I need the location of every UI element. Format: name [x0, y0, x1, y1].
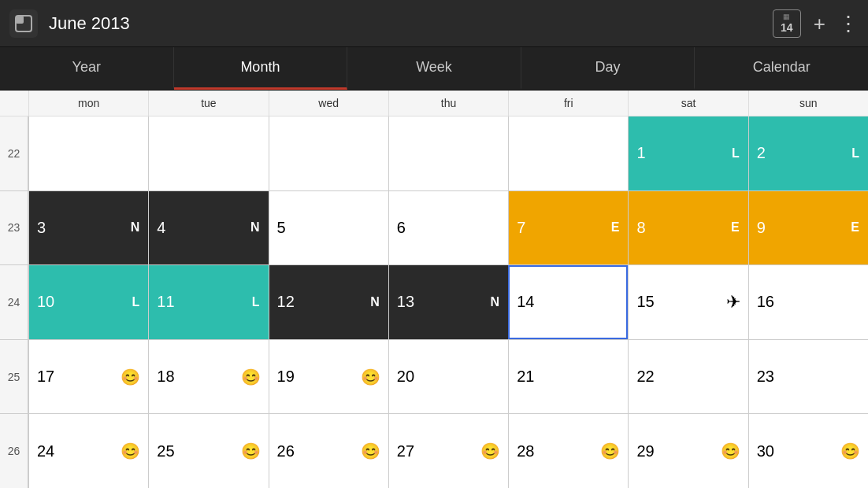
cell-airplane-icon: ✈ — [726, 292, 740, 312]
cell-emoji: 😊 — [121, 442, 140, 460]
week-number: 24 — [0, 265, 28, 339]
cell-badge: N — [250, 220, 261, 235]
day-header-wed: wed — [269, 91, 388, 116]
cal-cell-9[interactable]: 9E — [748, 191, 868, 265]
cell-date-number: 30 — [757, 442, 774, 460]
cell-date-number: 17 — [37, 368, 54, 386]
cal-cell-10[interactable]: 10L — [28, 265, 148, 339]
cal-cell-29[interactable]: 29😊 — [628, 414, 747, 488]
cal-cell-4[interactable]: 4N — [148, 191, 268, 265]
cal-cell-3[interactable]: 3N — [28, 191, 148, 265]
cell-date-number: 21 — [517, 368, 534, 386]
cal-cell-20[interactable]: 20 — [388, 340, 508, 414]
today-button[interactable]: ▦ 14 — [773, 9, 801, 38]
add-button[interactable]: + — [814, 13, 825, 34]
more-button[interactable]: ⋮ — [838, 13, 859, 34]
cell-date-number: 20 — [397, 368, 414, 386]
svg-rect-1 — [16, 16, 24, 24]
cal-cell-empty — [269, 116, 388, 190]
cell-emoji: 😊 — [600, 442, 620, 460]
cal-cell-27[interactable]: 27😊 — [388, 414, 508, 488]
cell-badge: L — [252, 295, 261, 309]
cell-emoji: 😊 — [361, 442, 380, 460]
cell-date-number: 9 — [757, 219, 766, 237]
cal-cell-8[interactable]: 8E — [628, 191, 747, 265]
cal-cell-17[interactable]: 17😊 — [28, 340, 148, 414]
app-header: June 2013 ▦ 14 + ⋮ — [0, 0, 868, 47]
tab-year[interactable]: Year — [0, 47, 174, 90]
cell-emoji: 😊 — [241, 442, 261, 460]
cal-cell-empty — [388, 116, 508, 190]
cell-date-number: 22 — [636, 368, 654, 386]
cell-badge: E — [731, 220, 740, 235]
tab-calendar[interactable]: Calendar — [695, 47, 868, 90]
cell-badge: L — [732, 146, 740, 161]
calendar-grid: 221L2L233N4N567E8E9E2410L11L12N13N1415✈1… — [0, 116, 868, 488]
cell-badge: L — [851, 146, 860, 161]
cal-cell-1[interactable]: 1L — [628, 116, 747, 190]
cal-row-week-23: 233N4N567E8E9E — [0, 191, 868, 266]
view-tabs: YearMonthWeekDayCalendar — [0, 47, 868, 91]
cell-date-number: 14 — [517, 293, 534, 311]
cell-date-number: 23 — [757, 368, 774, 386]
header-title: June 2013 — [49, 13, 773, 34]
cal-cell-19[interactable]: 19😊 — [269, 340, 388, 414]
cell-date-number: 5 — [277, 219, 286, 237]
cal-cell-2[interactable]: 2L — [748, 116, 868, 190]
day-header-fri: fri — [508, 91, 628, 116]
calendar-view: montuewedthufrisatsun 221L2L233N4N567E8E… — [0, 91, 868, 488]
tab-day[interactable]: Day — [521, 47, 696, 90]
cell-date-number: 10 — [37, 293, 54, 311]
cell-emoji: 😊 — [361, 368, 380, 386]
cal-cell-18[interactable]: 18😊 — [148, 340, 268, 414]
cell-badge: E — [851, 220, 860, 235]
week-number: 23 — [0, 191, 28, 265]
cell-date-number: 3 — [37, 219, 46, 237]
week-num-header-spacer — [0, 91, 28, 116]
cal-cell-empty — [148, 116, 268, 190]
cal-row-week-26: 2624😊25😊26😊27😊28😊29😊30😊 — [0, 414, 868, 488]
cell-emoji: 😊 — [121, 368, 140, 386]
cal-cell-21[interactable]: 21 — [508, 340, 628, 414]
header-actions: ▦ 14 + ⋮ — [773, 9, 859, 38]
cell-emoji: 😊 — [721, 442, 740, 460]
tab-week[interactable]: Week — [347, 47, 521, 90]
cal-row-week-24: 2410L11L12N13N1415✈16 — [0, 265, 868, 340]
cell-date-number: 16 — [757, 293, 774, 311]
cal-cell-5[interactable]: 5 — [269, 191, 388, 265]
app-logo — [9, 9, 38, 38]
cell-date-number: 13 — [397, 293, 414, 311]
cell-date-number: 24 — [37, 442, 54, 460]
day-header-mon: mon — [28, 91, 148, 116]
cell-date-number: 28 — [517, 442, 534, 460]
cal-cell-13[interactable]: 13N — [388, 265, 508, 339]
cal-cell-22[interactable]: 22 — [628, 340, 747, 414]
cal-cell-24[interactable]: 24😊 — [28, 414, 148, 488]
cal-cell-12[interactable]: 12N — [269, 265, 388, 339]
cal-cell-6[interactable]: 6 — [388, 191, 508, 265]
cal-cell-11[interactable]: 11L — [148, 265, 268, 339]
cell-badge: L — [132, 295, 141, 309]
tab-month[interactable]: Month — [174, 47, 348, 90]
cal-cell-30[interactable]: 30😊 — [748, 414, 868, 488]
week-number: 25 — [0, 340, 28, 414]
cell-date-number: 18 — [157, 368, 174, 386]
cell-emoji: 😊 — [480, 442, 500, 460]
cal-cell-14[interactable]: 14 — [508, 265, 628, 339]
day-header-sat: sat — [628, 91, 747, 116]
cell-date-number: 2 — [757, 144, 766, 162]
cal-row-week-25: 2517😊18😊19😊20212223 — [0, 340, 868, 415]
cal-cell-empty — [28, 116, 148, 190]
cell-badge: N — [370, 295, 380, 309]
cal-cell-16[interactable]: 16 — [748, 265, 868, 339]
cal-cell-7[interactable]: 7E — [508, 191, 628, 265]
day-header-thu: thu — [388, 91, 508, 116]
cal-cell-28[interactable]: 28😊 — [508, 414, 628, 488]
cal-cell-15[interactable]: 15✈ — [628, 265, 747, 339]
cal-cell-26[interactable]: 26😊 — [269, 414, 388, 488]
cal-cell-25[interactable]: 25😊 — [148, 414, 268, 488]
cal-cell-empty — [508, 116, 628, 190]
cal-cell-23[interactable]: 23 — [748, 340, 868, 414]
cell-date-number: 1 — [636, 144, 645, 162]
cal-row-week-22: 221L2L — [0, 116, 868, 191]
